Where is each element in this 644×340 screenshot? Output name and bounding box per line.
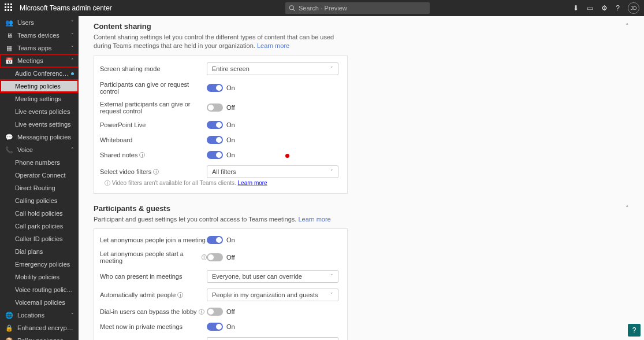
setting-row: Live captionsNot enabled but the user ca… — [94, 334, 347, 340]
setting-row: Who can present in meetingsEveryone, but… — [94, 267, 347, 286]
sidebar-item-meeting-policies[interactable]: Meeting policies — [0, 80, 79, 93]
help-bubble[interactable]: ? — [628, 324, 641, 337]
toggle-state: On — [226, 151, 235, 158]
setting-subtext: ⓘ Video filters aren't available for all… — [99, 179, 347, 187]
sidebar-item-emergency-policies[interactable]: Emergency policies — [0, 258, 79, 271]
toggle-switch[interactable] — [207, 104, 223, 112]
sidebar-item-phone-numbers[interactable]: Phone numbers — [0, 156, 79, 169]
sidebar-item-teams-devices[interactable]: 🖥Teams devices˅ — [0, 29, 79, 42]
setting-label: Whiteboard — [100, 136, 207, 143]
info-icon[interactable]: i — [139, 152, 145, 158]
toggle-switch[interactable] — [207, 84, 223, 92]
setting-label: Automatically admit peoplei — [100, 291, 207, 298]
sidebar-item-label: Operator Connect — [15, 172, 74, 179]
select-dropdown[interactable]: Not enabled but the user can override˅ — [207, 337, 338, 340]
sidebar-item-label: Voicemail policies — [15, 299, 74, 306]
info-icon[interactable]: i — [199, 309, 204, 315]
select-value: People in my organization and guests — [212, 291, 318, 298]
sidebar-item-call-park-policies[interactable]: Call park policies — [0, 220, 79, 232]
select-dropdown[interactable]: Everyone, but user can override˅ — [207, 270, 338, 283]
chevron-up-icon[interactable]: ˄ — [626, 205, 629, 212]
sidebar-item-dial-plans[interactable]: Dial plans — [0, 245, 79, 258]
sidebar-item-label: Voice — [17, 146, 71, 153]
calendar-icon[interactable]: ▭ — [587, 4, 593, 12]
sidebar-item-label: Phone numbers — [15, 159, 74, 166]
setting-row: Dial-in users can bypass the lobbyiOff — [94, 304, 347, 319]
chevron-down-icon: ˅ — [330, 274, 333, 279]
sidebar-item-label: Meetings — [17, 57, 71, 64]
chevron-down-icon: ˅ — [330, 66, 333, 72]
chevron-down-icon: ˅ — [330, 292, 333, 298]
sidebar-item-label: Meeting policies — [15, 83, 74, 90]
sidebar-item-calling-policies[interactable]: Calling policies — [0, 194, 79, 207]
sidebar-item-label: Dial plans — [15, 248, 74, 255]
chevron-down-icon: ˅ — [71, 32, 74, 38]
sidebar-item-voicemail-policies[interactable]: Voicemail policies — [0, 296, 79, 309]
sidebar-item-locations[interactable]: 🌐Locations˅ — [0, 309, 79, 321]
sidebar-item-users[interactable]: 👥Users˅ — [0, 16, 79, 29]
sidebar-item-mobility-policies[interactable]: Mobility policies — [0, 271, 79, 283]
sidebar-item-direct-routing[interactable]: Direct Routing — [0, 182, 79, 194]
sidebar-item-live-events-settings[interactable]: Live events settings — [0, 118, 79, 131]
setting-row: External participants can give or reques… — [94, 98, 347, 117]
select-dropdown[interactable]: Entire screen˅ — [207, 62, 338, 75]
chevron-down-icon: ˅ — [71, 20, 74, 25]
toggle-switch[interactable] — [207, 323, 223, 331]
sidebar-item-live-events-policies[interactable]: Live events policies — [0, 105, 79, 118]
sidebar-item-teams-apps[interactable]: ▦Teams apps˅ — [0, 42, 79, 54]
sidebar-item-label: Caller ID policies — [15, 235, 74, 242]
toggle-state: Off — [226, 104, 234, 111]
search-input[interactable] — [299, 5, 426, 12]
toggle-state: On — [226, 84, 235, 91]
chevron-up-icon: ˄ — [71, 147, 74, 153]
info-icon[interactable]: i — [202, 254, 207, 260]
gear-icon[interactable]: ⚙ — [601, 4, 608, 12]
chevron-up-icon[interactable]: ˄ — [626, 23, 629, 30]
learn-more-link[interactable]: Learn more — [298, 216, 330, 223]
toggle-state: On — [226, 236, 235, 243]
sidebar-item-operator-connect[interactable]: Operator Connect — [0, 169, 79, 182]
sidebar-item-label: Locations — [17, 312, 71, 319]
select-value: All filters — [212, 168, 236, 175]
sidebar-item-audio-conferencing[interactable]: Audio Conferencing — [0, 67, 79, 80]
setting-row: Select video filtersiAll filters˅ — [94, 162, 347, 181]
sidebar-item-label: Call hold policies — [15, 210, 74, 217]
toggle-switch[interactable] — [207, 236, 223, 244]
setting-row: WhiteboardOn — [94, 132, 347, 147]
location-icon: 🌐 — [5, 312, 14, 319]
sidebar-item-enhanced-encryption-p-[interactable]: 🔒Enhanced encryption p... — [0, 321, 79, 334]
toggle-switch[interactable] — [207, 136, 223, 144]
toggle-switch[interactable] — [207, 151, 223, 159]
info-icon[interactable]: i — [153, 169, 159, 175]
toggle-switch[interactable] — [207, 253, 223, 261]
sidebar: 👥Users˅🖥Teams devices˅▦Teams apps˅📅Meeti… — [0, 16, 79, 340]
app-launcher-icon[interactable] — [5, 3, 14, 13]
sidebar-item-label: Call park policies — [15, 223, 74, 230]
setting-row: PowerPoint LiveOn — [94, 117, 347, 132]
sidebar-item-voice-routing-policies[interactable]: Voice routing policies — [0, 283, 79, 296]
learn-more-link[interactable]: Learn more — [238, 180, 267, 186]
toggle-switch[interactable] — [207, 308, 223, 316]
sidebar-item-call-hold-policies[interactable]: Call hold policies — [0, 207, 79, 220]
sidebar-item-meeting-settings[interactable]: Meeting settings — [0, 93, 79, 105]
sidebar-item-voice[interactable]: 📞Voice˄ — [0, 143, 79, 156]
svg-point-0 — [289, 6, 293, 10]
learn-more-link[interactable]: Learn more — [257, 42, 289, 49]
search-box[interactable] — [285, 2, 430, 14]
main-content: Content sharing˄Content sharing settings… — [79, 16, 644, 340]
setting-row: Let anonymous people start a meetingiOff — [94, 247, 347, 267]
sidebar-item-policy-packages[interactable]: 📦Policy packages — [0, 334, 79, 340]
avatar[interactable]: JD — [628, 2, 639, 14]
download-icon[interactable]: ⬇ — [573, 4, 579, 12]
sidebar-item-messaging-policies[interactable]: 💬Messaging policies — [0, 131, 79, 143]
help-icon[interactable]: ? — [616, 4, 620, 12]
sidebar-item-meetings[interactable]: 📅Meetings˄ — [0, 54, 79, 67]
info-icon[interactable]: i — [177, 292, 183, 298]
select-dropdown[interactable]: All filters˅ — [207, 165, 338, 178]
sidebar-item-caller-id-policies[interactable]: Caller ID policies — [0, 232, 79, 245]
toggle-switch[interactable] — [207, 121, 223, 129]
setting-label: Select video filtersi — [100, 168, 207, 175]
lock-icon: 🔒 — [5, 324, 14, 332]
select-dropdown[interactable]: People in my organization and guests˅ — [207, 289, 338, 301]
top-bar: Microsoft Teams admin center ⬇ ▭ ⚙ ? JD — [0, 0, 644, 16]
